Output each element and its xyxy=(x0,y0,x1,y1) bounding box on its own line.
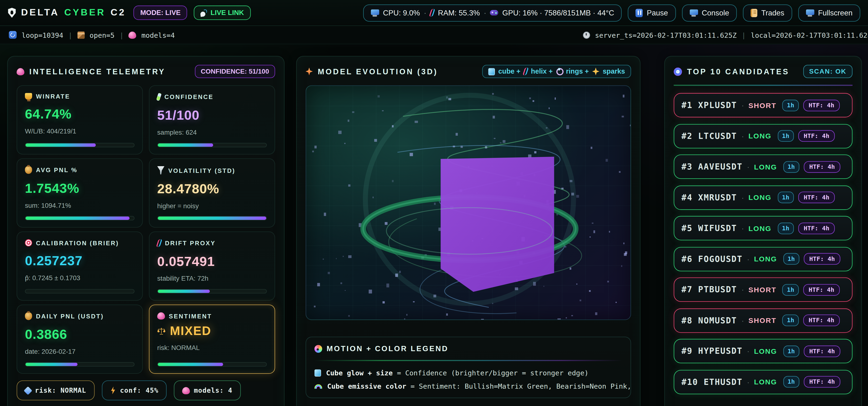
main-content: INTELLIGENCE TELEMETRY CONFIDENCE: 51/10… xyxy=(7,44,868,406)
intelligence-telemetry-panel: INTELLIGENCE TELEMETRY CONFIDENCE: 51/10… xyxy=(7,56,284,406)
htf-chip: HTF: 4h xyxy=(804,161,840,173)
models-count: models=4 xyxy=(142,31,175,39)
candidate-rank-symbol: #2 LTCUSDT xyxy=(681,131,737,141)
live-link-chip: LIVE LINK xyxy=(194,5,251,20)
scene-graphics xyxy=(306,86,631,320)
card-label: DAILY PNL (USDT) xyxy=(36,313,104,319)
scene-legend-badge: cube + helix + rings + sparks xyxy=(482,65,631,78)
badge-helix-label: helix + xyxy=(531,68,553,75)
htf-chip: HTF: 4h xyxy=(804,376,840,388)
models-chip-label: models: 4 xyxy=(194,386,232,394)
dna-icon xyxy=(156,239,162,247)
card-value: 1.7543% xyxy=(25,181,134,196)
status-left: loop=10394 | open=5 | models=4 xyxy=(9,31,175,39)
monitor-icon xyxy=(689,9,698,16)
candidate-row[interactable]: #1 XPLUSDT · SHORT 1h HTF: 4h xyxy=(674,93,852,118)
card-value: 0.057491 xyxy=(157,254,267,269)
badge-cube-label: cube + xyxy=(498,68,520,75)
candidate-rank-symbol: #4 XMRUSDT xyxy=(681,192,737,202)
candidate-rank-symbol: #8 NOMUSDT xyxy=(681,315,737,325)
card-subtext: p̂: 0.7245 ± 0.1703 xyxy=(25,274,134,282)
brain-icon xyxy=(17,68,25,75)
timeframe-chip: 1h xyxy=(778,192,794,203)
card-subtext: higher = noisy xyxy=(157,202,267,210)
status-separator: | xyxy=(68,31,72,39)
candidate-row[interactable]: #5 WIFUSDT · LONG 1h HTF: 4h xyxy=(674,216,852,241)
brand-word-3: C2 xyxy=(111,7,126,18)
card-value: 0.3866 xyxy=(25,327,134,342)
model-evolution-3d-viewport[interactable] xyxy=(306,85,631,320)
status-bar: loop=10394 | open=5 | models=4 server_ts… xyxy=(0,26,868,44)
telemetry-cards-grid: WINRATE 64.74% W/L/B: 404/219/1 CONFIDEN… xyxy=(17,85,275,374)
pause-button[interactable]: Pause xyxy=(628,4,676,21)
candidates-header: TOP 10 CANDIDATES SCAN: OK xyxy=(674,65,852,78)
pause-label: Pause xyxy=(647,8,668,17)
candidate-row[interactable]: #2 LTCUSDT · LONG 1h HTF: 4h xyxy=(674,124,852,148)
telemetry-chips-row: risk: NORMAL conf: 45% models: 4 xyxy=(17,380,275,400)
candidate-side-label: SHORT xyxy=(748,285,776,294)
progress-bar xyxy=(25,289,134,293)
candidate-row[interactable]: #8 NOMUSDT · SHORT 1h HTF: 4h xyxy=(674,308,852,333)
mode-live-label: MODE: LIVE xyxy=(140,9,181,17)
card-subtext: sum: 1094.71% xyxy=(25,201,134,210)
monitor-icon xyxy=(371,9,379,16)
status-separator: | xyxy=(742,31,746,39)
ring-icon xyxy=(556,68,562,75)
dna-icon xyxy=(522,68,529,75)
calibration-card: CALIBRATION (BRIER) 0.257237 p̂: 0.7245 … xyxy=(17,231,143,301)
candidate-separator: · xyxy=(742,193,744,202)
htf-chip: HTF: 4h xyxy=(798,130,835,142)
card-label: WINRATE xyxy=(36,93,70,100)
cube-icon xyxy=(314,369,321,377)
trades-button[interactable]: Trades xyxy=(743,4,792,21)
clock-icon xyxy=(583,31,590,38)
gem-icon xyxy=(24,386,32,395)
live-link-label: LIVE LINK xyxy=(211,9,244,17)
timeframe-chip: 1h xyxy=(782,99,799,111)
candidate-row[interactable]: #4 XMRUSDT · LONG 1h HTF: 4h xyxy=(674,185,852,210)
card-label: VOLATILITY (STD) xyxy=(168,167,236,174)
brain-icon xyxy=(182,387,190,394)
legend-line-cube-glow: Cube glow + size = Confidence (brighter/… xyxy=(314,369,622,377)
badge-sparks-label: sparks xyxy=(602,68,625,75)
money-bag-icon xyxy=(25,166,32,174)
candidate-row[interactable]: #6 FOGOUSDT · LONG 1h HTF: 4h xyxy=(674,247,852,271)
candidate-row[interactable]: #7 PTBUSDT · SHORT 1h HTF: 4h xyxy=(674,277,852,302)
fullscreen-button[interactable]: Fullscreen xyxy=(798,4,860,21)
candidate-side-label: LONG xyxy=(754,255,777,263)
candidate-row[interactable]: #10 ETHUSDT · LONG 1h HTF: 4h xyxy=(674,370,852,394)
package-icon xyxy=(78,31,85,38)
target-icon xyxy=(25,239,32,246)
card-label: SENTIMENT xyxy=(169,313,212,319)
timeframe-chip: 1h xyxy=(782,284,799,295)
test-tube-icon xyxy=(156,93,162,101)
timeframe-chip: 1h xyxy=(778,222,794,234)
brand-word-1: DELTA xyxy=(21,7,59,18)
conf-chip-label: conf: 45% xyxy=(120,386,158,394)
card-value: 0.257237 xyxy=(25,253,134,269)
models-chip: models: 4 xyxy=(174,380,241,400)
candidate-row[interactable]: #3 AAVEUSDT · LONG 1h HTF: 4h xyxy=(674,155,852,179)
target-circle-icon xyxy=(674,67,682,75)
stat-separator: · xyxy=(484,8,486,17)
candidate-row[interactable]: #9 HYPEUSDT · LONG 1h HTF: 4h xyxy=(674,339,852,363)
progress-bar xyxy=(157,362,267,367)
drift-proxy-card: DRIFT PROXY 0.057491 stability ETA: 72h xyxy=(149,231,275,301)
candidate-side-label: LONG xyxy=(754,163,777,171)
confidence-card: CONFIDENCE 51/100 samples: 624 xyxy=(149,85,275,155)
confidence-badge: CONFIDENCE: 51/100 xyxy=(195,65,275,78)
gamepad-icon xyxy=(490,10,498,15)
brain-icon xyxy=(129,31,136,38)
risk-chip-label: risk: NORMAL xyxy=(35,386,86,394)
console-button[interactable]: Console xyxy=(682,4,737,21)
progress-bar xyxy=(25,362,134,367)
candidate-separator: · xyxy=(742,316,744,325)
timeframe-chip: 1h xyxy=(783,161,799,173)
legend-header: MOTION + COLOR LEGEND xyxy=(314,344,622,353)
candidate-rank-symbol: #3 AAVEUSDT xyxy=(681,162,742,171)
candidate-separator: · xyxy=(742,101,744,110)
evolution-title: MODEL EVOLUTION (3D) xyxy=(318,67,438,76)
progress-bar xyxy=(157,289,267,293)
card-subtext: W/L/B: 404/219/1 xyxy=(25,127,134,135)
card-label: CONFIDENCE xyxy=(164,94,214,100)
